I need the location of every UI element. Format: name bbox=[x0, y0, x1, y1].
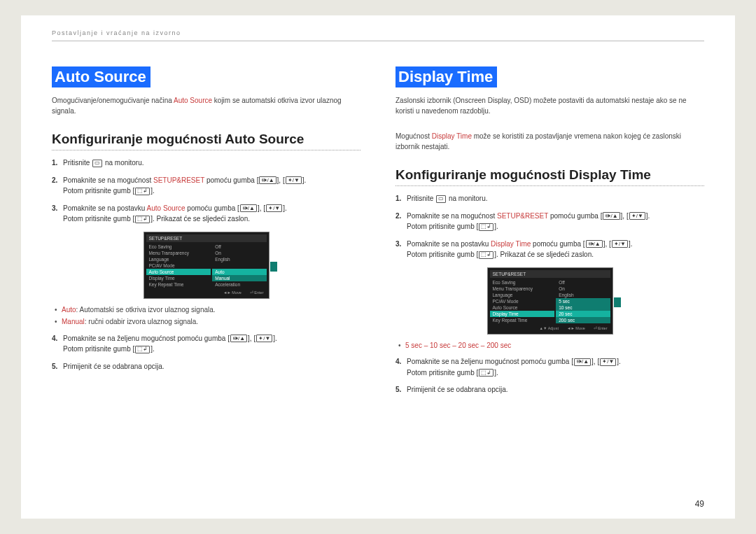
text: na monitoru. bbox=[447, 195, 487, 202]
osd-panel: SETUP&RESET Eco Saving Menu Transparency… bbox=[144, 232, 270, 299]
text: : Automatski se otkriva izvor ulaznog si… bbox=[76, 306, 216, 314]
step-1: 1. Pritisnite ▭ na monitoru. bbox=[52, 157, 360, 169]
step-1: 1. Pritisnite ▭ na monitoru. bbox=[396, 193, 704, 204]
osd-row: Key Repeat Time bbox=[149, 282, 184, 287]
btn-down-icon: ✦/▼ bbox=[286, 176, 302, 184]
text: Pomaknite se na mogućnost bbox=[407, 212, 497, 220]
text: Potom pritisnite gumb bbox=[63, 215, 133, 223]
steps-right-cont: 4. Pomaknite se na željenu mogućnost pom… bbox=[396, 356, 704, 395]
osd-foot-item: ◄► Move bbox=[567, 326, 585, 330]
osd-val: Acceleration bbox=[215, 282, 240, 287]
bullet-list-left: Auto: Automatski se otkriva izvor ulazno… bbox=[55, 304, 360, 328]
intro-text-right-1: Zaslonski izbornik (Onscreen Display, OS… bbox=[396, 96, 704, 116]
manual-page: Postavljanje i vraćanje na izvorno Auto … bbox=[21, 15, 735, 519]
vol-up-icon: 🕪/▲ bbox=[259, 176, 276, 184]
text: Primijenit će se odabrana opcija. bbox=[63, 363, 164, 370]
osd-panel: SETUP&RESET Eco Saving Menu Transparency… bbox=[487, 267, 613, 335]
text-red: Display Time bbox=[491, 240, 531, 248]
text: Pomaknite se na postavku bbox=[63, 204, 147, 212]
osd-val-hl2: Manual bbox=[215, 276, 230, 281]
osd-foot-item: ⏎ Enter bbox=[250, 290, 264, 295]
step-3: 3. Pomaknite se na postavku Auto Source … bbox=[52, 203, 360, 225]
osd-title: SETUP&RESET bbox=[490, 270, 610, 278]
osd-row: Menu Transparency bbox=[149, 251, 189, 255]
text: pomoću gumba bbox=[531, 240, 583, 248]
steps-right: 1. Pritisnite ▭ na monitoru. 2. Pomaknit… bbox=[396, 193, 704, 260]
osd-screenshot-right: SETUP&RESET Eco Saving Menu Transparency… bbox=[396, 267, 704, 335]
intro-text-right-2: Mogućnost Display Time može se koristiti… bbox=[396, 132, 704, 152]
text: pomoću gumba bbox=[204, 176, 257, 184]
breadcrumb: Postavljanje i vraćanje na izvorno bbox=[52, 29, 704, 41]
osd-foot-item: ⏎ Enter bbox=[594, 326, 608, 330]
text-red: Auto bbox=[62, 306, 76, 314]
text: Potom pritisnite gumb bbox=[63, 345, 133, 353]
text-red: SETUP&RESET bbox=[497, 212, 548, 220]
step-2: 2. Pomaknite se na mogućnost SETUP&RESET… bbox=[396, 211, 704, 232]
osd-val-hl: 20 sec bbox=[559, 311, 572, 316]
osd-val: Off bbox=[559, 280, 565, 285]
text-red: SETUP&RESET bbox=[153, 176, 204, 184]
text: Pomaknite se na mogućnost bbox=[63, 176, 153, 184]
bullet-item: Manual: ručni odabir izvora ulaznog sign… bbox=[55, 316, 360, 328]
osd-val: On bbox=[215, 251, 221, 255]
bullet-list-right: 5 sec – 10 sec – 20 sec – 200 sec bbox=[398, 340, 704, 351]
btn-down-icon: ✦/▼ bbox=[612, 240, 628, 248]
text: Pritisnite bbox=[63, 159, 92, 167]
osd-row: Key Repeat Time bbox=[493, 318, 528, 323]
osd-val: 5 sec bbox=[559, 299, 570, 304]
intro-pre: Omogućivanje/onemogućivanje načina bbox=[52, 97, 174, 104]
osd-side-tab bbox=[270, 262, 277, 272]
subheading-right: Konfiguriranje mogućnosti Display Time bbox=[396, 167, 704, 186]
osd-row: Auto Source bbox=[493, 305, 518, 310]
osd-row: Language bbox=[149, 257, 169, 262]
vol-up-icon: 🕪/▲ bbox=[586, 240, 603, 248]
text: Pomaknite se na postavku bbox=[407, 240, 491, 248]
bullet-item: 5 sec – 10 sec – 20 sec – 200 sec bbox=[398, 340, 704, 351]
text: Pomaknite se na željenu mogućnost pomoću… bbox=[63, 335, 227, 342]
osd-val: English bbox=[215, 257, 230, 262]
text: Pritisnite bbox=[407, 195, 435, 202]
enter-icon: ⬚↲ bbox=[479, 369, 493, 377]
osd-row: PC/AV Mode bbox=[493, 299, 519, 304]
text: pomoću gumba bbox=[186, 204, 238, 212]
steps-left-cont: 4. Pomaknite se na željenu mogućnost pom… bbox=[52, 333, 360, 372]
btn-down-icon: ✦/▼ bbox=[266, 204, 282, 212]
osd-foot-item: ◄► Move bbox=[223, 290, 241, 295]
text: Pomaknite se na željenu mogućnost pomoću… bbox=[407, 358, 571, 365]
subheading-left: Konfiguriranje mogućnosti Auto Source bbox=[52, 132, 360, 150]
text: pomoću gumba bbox=[548, 212, 601, 220]
osd-side-tab bbox=[614, 297, 621, 307]
text: . bbox=[153, 187, 155, 195]
two-column-layout: Auto Source Omogućivanje/onemogućivanje … bbox=[52, 48, 704, 402]
text: . Prikazat će se sljedeći zaslon. bbox=[153, 215, 250, 223]
steps-left: 1. Pritisnite ▭ na monitoru. 2. Pomaknit… bbox=[52, 157, 360, 225]
enter-icon: ⬚↲ bbox=[135, 188, 150, 195]
vol-up-icon: 🕪/▲ bbox=[240, 204, 257, 212]
osd-val: On bbox=[559, 286, 565, 291]
osd-row: Display Time bbox=[149, 276, 175, 281]
enter-icon: ⬚↲ bbox=[135, 216, 150, 223]
osd-val-hl: Auto bbox=[215, 269, 224, 274]
text: . Prikazat će se sljedeći zaslon. bbox=[496, 251, 594, 258]
enter-icon: ⬚↲ bbox=[479, 251, 493, 259]
osd-title: SETUP&RESET bbox=[146, 234, 267, 242]
vol-up-icon: 🕪/▲ bbox=[574, 358, 591, 366]
osd-val: 200 sec bbox=[559, 318, 575, 323]
text: Mogućnost bbox=[396, 132, 432, 140]
menu-icon: ▭ bbox=[92, 160, 102, 167]
text: . bbox=[496, 223, 498, 230]
enter-icon: ⬚↲ bbox=[479, 223, 493, 231]
text-red: 5 sec – 10 sec – 20 sec – 200 sec bbox=[405, 342, 511, 349]
osd-row: Eco Saving bbox=[149, 244, 172, 249]
vol-up-icon: 🕪/▲ bbox=[603, 212, 620, 220]
osd-row: PC/AV Mode bbox=[149, 263, 175, 268]
text: : ručni odabir izvora ulaznog signala. bbox=[85, 318, 198, 325]
step-3: 3. Pomaknite se na postavku Display Time… bbox=[396, 239, 704, 260]
intro-text-left: Omogućivanje/onemogućivanje načina Auto … bbox=[52, 96, 360, 116]
text: Potom pritisnite gumb bbox=[407, 251, 477, 258]
heading-auto-source: Auto Source bbox=[52, 66, 150, 87]
column-right: Display Time Zaslonski izbornik (Onscree… bbox=[396, 66, 704, 402]
text-red: Auto Source bbox=[147, 204, 186, 212]
step-5: 5. Primijenit će se odabrana opcija. bbox=[396, 384, 704, 395]
step-2: 2. Pomaknite se na mogućnost SETUP&RESET… bbox=[52, 175, 360, 197]
